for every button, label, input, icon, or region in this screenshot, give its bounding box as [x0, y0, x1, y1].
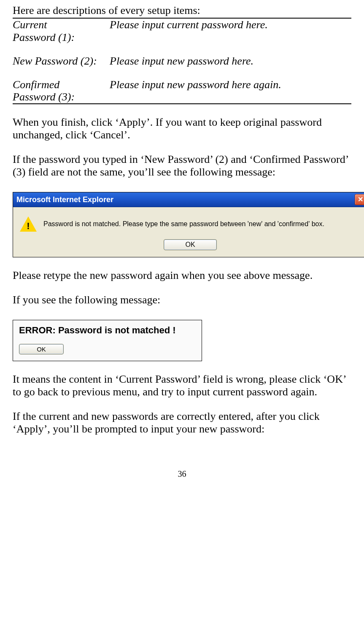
warning-icon: [20, 216, 37, 232]
dialog-body: Password is not matched. Please type the…: [13, 207, 364, 257]
section-heading: Here are descriptions of every setup ite…: [13, 4, 351, 19]
def-desc: Please input new password here again.: [110, 78, 351, 104]
definitions-table-wrapper: Current Password (1): Please input curre…: [13, 19, 351, 104]
table-row: Current Password (1): Please input curre…: [13, 19, 351, 44]
dialog-title: Microsoft Internet Explorer: [16, 195, 113, 204]
dialog-titlebar: Microsoft Internet Explorer ✕: [13, 192, 364, 207]
def-label: Current: [13, 19, 47, 31]
dialog-message: ERROR: Password is not matched !: [19, 324, 196, 337]
def-label: Confirmed: [13, 78, 59, 91]
def-label: Password (1):: [13, 31, 75, 43]
ok-button[interactable]: OK: [164, 239, 217, 250]
paragraph: When you finish, click ‘Apply’. If you w…: [13, 116, 351, 141]
paragraph: If the current and new passwords are cor…: [13, 410, 351, 435]
paragraph: It means the content in ‘Current Passwor…: [13, 373, 351, 398]
close-icon[interactable]: ✕: [355, 194, 364, 205]
error-dialog: ERROR: Password is not matched ! OK: [13, 320, 202, 361]
page-number: 36: [13, 469, 351, 479]
def-label: New Password (2):: [13, 55, 110, 68]
paragraph: If you see the following message:: [13, 294, 351, 306]
table-row: Confirmed Password (3): Please input new…: [13, 78, 351, 104]
paragraph: If the password you typed in ‘New Passwo…: [13, 153, 351, 178]
def-desc: Please input current password here.: [110, 19, 351, 44]
def-label: Password (3):: [13, 91, 75, 103]
table-row: New Password (2): Please input new passw…: [13, 55, 351, 68]
dialog-message: Password is not matched. Please type the…: [43, 220, 324, 228]
def-desc: Please input new password here.: [110, 55, 351, 68]
definitions-table: Current Password (1): Please input curre…: [13, 19, 351, 103]
paragraph: Please retype the new password again whe…: [13, 269, 351, 282]
ie-alert-dialog: Microsoft Internet Explorer ✕ Password i…: [13, 192, 364, 257]
ok-button[interactable]: OK: [19, 344, 64, 355]
